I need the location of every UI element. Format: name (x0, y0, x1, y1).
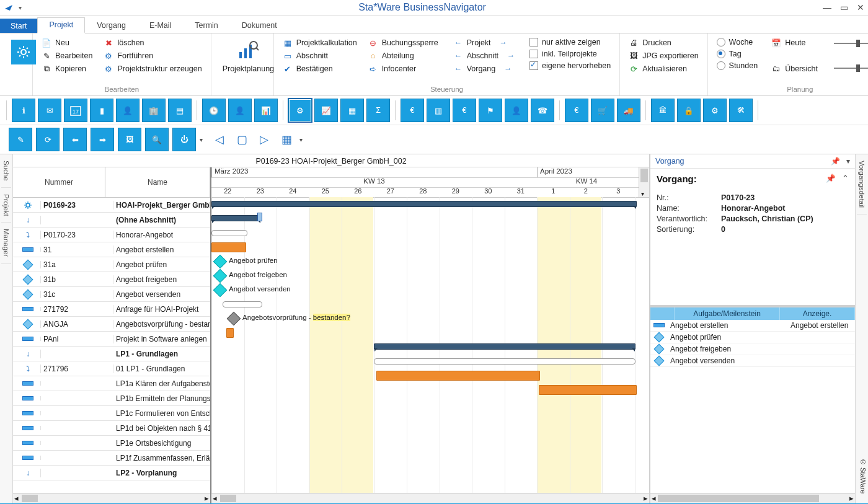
rb-neu[interactable]: 📄Neu (39, 37, 95, 48)
gantt-bar[interactable] (211, 230, 247, 236)
vtab-suche[interactable]: Suche (1, 154, 11, 188)
menu-tab-projekt[interactable]: Projekt (37, 17, 85, 33)
tb2-refresh-icon[interactable]: ⟳ (36, 128, 60, 151)
gantt-bar[interactable] (223, 301, 262, 307)
table-row[interactable]: LP1c Formulieren von Entscheidungshilfen (13, 406, 210, 421)
table-row[interactable]: P0169-23 HOAI-Projekt_Berger GmbH_002 (13, 198, 210, 213)
tb-info-icon[interactable]: ℹ (12, 99, 35, 122)
tb2-search-icon[interactable]: 🔍 (145, 128, 169, 151)
table-row[interactable]: ⤵ P0170-23 Honorar-Angebot (13, 228, 210, 242)
win-restore-icon[interactable]: ▭ (840, 2, 848, 12)
nav-grid-icon[interactable]: ▦ (277, 130, 296, 149)
tb-gears-icon[interactable]: ⚙ (703, 99, 727, 122)
rb-loeschen[interactable]: ✖löschen (101, 37, 204, 48)
nav-prev-icon[interactable]: ◁ (210, 130, 229, 149)
gantt-bar[interactable] (374, 358, 636, 365)
rb-buchungssperre[interactable]: ⊖Buchungssperre (366, 37, 441, 48)
tb-euro-underline-icon[interactable]: € (453, 99, 476, 122)
vtab-manager[interactable]: Manager (1, 223, 11, 263)
tb2-dropdown-icon[interactable]: ▾ (200, 136, 203, 143)
rb-vorgang[interactable]: ←Vorgang→ (451, 63, 518, 74)
tb-cart-icon[interactable]: 🛒 (591, 99, 614, 122)
tb-mail-icon[interactable]: ✉ (38, 99, 61, 122)
tb-store-icon[interactable]: 🏛 (651, 99, 675, 122)
rb-abteilung[interactable]: ⌂Abteilung (366, 50, 441, 61)
sub-table-row[interactable]: Angebot erstellen Angebot erstellen (650, 320, 855, 332)
rb-kopieren[interactable]: ⧉Kopieren (39, 63, 95, 74)
rb-stunden[interactable]: Stunden (714, 61, 761, 71)
rb-projektplanung[interactable]: Projektplanung (218, 37, 279, 73)
table-row[interactable]: ↓ (Ohne Abschnitt) (13, 213, 210, 228)
vtab-vorgangsdetail[interactable]: Vorgangsdetail (857, 154, 867, 214)
tb-clock-add-icon[interactable]: 🕒 (202, 99, 226, 122)
rb-inkl-teilprojekte[interactable]: inkl. Teilprojekte (527, 49, 613, 59)
grid-hscroll[interactable]: ◂ ▸ (13, 493, 210, 503)
tb-person-icon[interactable]: 👤 (116, 99, 140, 122)
tb-euro-back-icon[interactable]: € (565, 99, 588, 122)
tb-book-icon[interactable]: ▮ (90, 99, 113, 122)
tb2-pencil-icon[interactable]: ✎ (9, 128, 32, 151)
gantt-bar[interactable] (211, 215, 261, 221)
tb-truck-icon[interactable]: 🚚 (617, 99, 640, 122)
tb2-arrow-left-icon[interactable]: ⬅ (63, 128, 87, 151)
tb2-arrow-right-icon[interactable]: ➡ (91, 128, 114, 151)
tb-chart-clock-icon[interactable]: 📊 (254, 99, 278, 122)
col-header-name[interactable]: Name (105, 167, 210, 197)
rb-heute[interactable]: 📅Heute (769, 37, 820, 48)
rb-drucken[interactable]: 🖨Drucken (626, 37, 701, 48)
col-header-nummer[interactable]: Nummer (13, 167, 105, 197)
rb-nur-aktive[interactable]: nur aktive zeigen (527, 37, 613, 47)
vtab-projekt[interactable]: Projekt (1, 188, 11, 223)
tb-chart-icon[interactable]: 📈 (314, 99, 338, 122)
tb-euro-cycle-icon[interactable]: € (401, 99, 424, 122)
table-row[interactable]: 271792 Anfrage für HOAI-Projekt (13, 302, 210, 317)
big-gear-icon[interactable] (11, 40, 36, 64)
table-row[interactable]: 31a Angebot prüfen (13, 257, 210, 272)
sub-col-anzeige[interactable]: Anzeige. (780, 307, 855, 320)
detail-pin-icon[interactable]: 📌 (826, 174, 836, 192)
table-row[interactable]: ↓ LP1 - Grundlagen (13, 347, 210, 361)
table-row[interactable]: LP1b Ermitteln der Planungsrandbedingung… (13, 391, 210, 406)
nav-dropdown-icon[interactable]: ▾ (299, 136, 303, 143)
menu-tab-termin[interactable]: Termin (183, 18, 230, 33)
gantt-bar[interactable] (226, 328, 234, 338)
checkbox-checked-icon[interactable] (529, 61, 538, 70)
gantt-bar[interactable] (539, 385, 637, 395)
rb-projektkalkulation[interactable]: ▦Projektkalkulation (280, 37, 360, 48)
pin-icon[interactable]: 📌 (831, 157, 840, 166)
table-row[interactable]: ⤵ 271796 01 LP1 - Grundlagen (13, 361, 210, 376)
zoom-slider-top[interactable] (834, 43, 868, 44)
table-row[interactable]: LP1d bei Objekten nach § 41 M (13, 421, 210, 436)
menu-tab-vorgang[interactable]: Vorgang (85, 18, 138, 33)
sub-table-row[interactable]: Angebot prüfen (650, 332, 855, 343)
tb-page-icon[interactable]: ▤ (168, 99, 192, 122)
nav-stop-icon[interactable]: ▢ (232, 130, 251, 149)
tb-contact-icon[interactable]: ☎ (531, 99, 554, 122)
checkbox-icon[interactable] (529, 50, 538, 58)
tb-gear-selected-icon[interactable]: ⚙ (288, 99, 312, 122)
rb-bearbeiten[interactable]: ✎Bearbeiten (39, 50, 95, 61)
detail-collapse-icon[interactable]: ⌃ (842, 174, 849, 192)
gantt-bar[interactable] (211, 201, 637, 207)
tb2-power-icon[interactable]: ⏻ (172, 128, 196, 151)
gantt-hscroll[interactable]: ◂ ▸ (211, 493, 649, 503)
rb-abschnitt[interactable]: ▭Abschnitt (280, 50, 360, 61)
zoom-slider-bottom[interactable] (834, 68, 868, 69)
tb-person-barcode-icon[interactable]: 👤 (505, 99, 528, 122)
table-row[interactable]: LP1f Zusammenfassen, Erläutern (13, 451, 210, 466)
collapse-icon[interactable]: ▾ (846, 157, 850, 166)
sub-table-row[interactable]: Angebot versenden (650, 355, 855, 367)
gantt-bar[interactable] (376, 371, 540, 381)
rb-uebersicht[interactable]: 🗂Übersicht (769, 63, 820, 74)
rb-jpg-export[interactable]: 🖼JPG exportieren (626, 50, 701, 61)
rb-fortfuehren[interactable]: ⚙Fortführen (101, 50, 204, 61)
tb-person-clock-icon[interactable]: 👤 (228, 99, 252, 122)
menu-tab-dokument[interactable]: Dokument (230, 18, 289, 33)
rb-projektstruktur[interactable]: ⚙Projektstruktur erzeugen (101, 63, 204, 74)
gantt-vscroll[interactable]: ▴▾ (639, 167, 649, 197)
win-minimize-icon[interactable]: — (823, 2, 831, 12)
rb-tag[interactable]: Tag (714, 49, 761, 59)
tb-building-icon[interactable]: 🏢 (142, 99, 166, 122)
tb2-image-icon[interactable]: 🖼 (118, 128, 141, 151)
tb-grid-month-icon[interactable]: ▦ (340, 99, 364, 122)
